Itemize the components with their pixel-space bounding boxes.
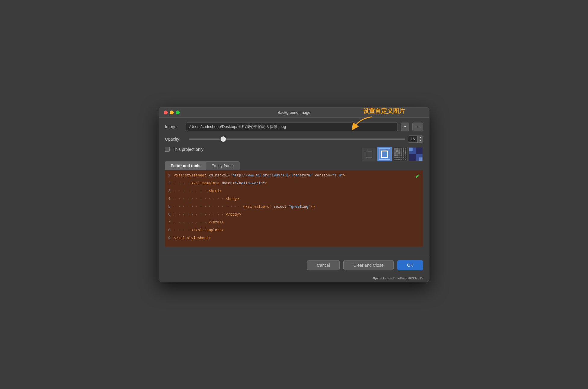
titlebar: Background Image: [159, 107, 429, 118]
checkbox-row: This project only: [165, 147, 203, 152]
svg-rect-9: [396, 150, 398, 152]
code-line-3: 3 · · · · · · · · <html>: [165, 189, 423, 197]
image-row: Image: ▾ ···: [165, 123, 423, 131]
svg-rect-24: [403, 154, 404, 156]
svg-rect-30: [403, 157, 404, 158]
svg-rect-21: [396, 154, 398, 156]
svg-rect-17: [401, 152, 402, 154]
line-code: · · · · · · · · · · · · </body>: [174, 213, 241, 217]
tab-group: Editor and tools Empty frame: [165, 161, 240, 170]
opacity-value-box: 15 ▲ ▼: [408, 135, 423, 143]
code-line-6: 6 · · · · · · · · · · · · </body>: [165, 212, 423, 220]
pattern-grid-icon: dots: [394, 148, 407, 161]
opacity-value: 15: [408, 136, 417, 142]
code-line-9: 9 </xsl:stylesheet>: [165, 236, 423, 244]
pattern-dots[interactable]: [409, 147, 423, 161]
opacity-label: Opacity:: [165, 137, 186, 142]
line-code: · · · · <xsl:template match="/hello-worl…: [174, 181, 267, 185]
svg-rect-3: [396, 148, 398, 150]
svg-rect-27: [396, 157, 398, 158]
line-number: 8: [165, 228, 174, 232]
pattern-none-icon: [362, 148, 376, 161]
svg-rect-29: [401, 157, 402, 158]
tab-empty-frame[interactable]: Empty frame: [206, 161, 240, 170]
maximize-button[interactable]: [176, 110, 180, 114]
pattern-selector: dots: [362, 147, 423, 161]
line-code: · · · · </xsl:template>: [174, 228, 224, 232]
dialog-content: Image: ▾ ··· 设置自定义图片: [159, 118, 429, 256]
line-number: 9: [165, 236, 174, 240]
tabs-row: Editor and tools Empty frame: [165, 161, 423, 170]
line-code: · · · · · · · · · · · · · · · · <xsl:val…: [174, 205, 315, 209]
clear-and-close-button[interactable]: Clear and Close: [343, 260, 393, 270]
svg-rect-35: [401, 159, 402, 160]
svg-rect-34: [398, 159, 400, 160]
dialog: Background Image Image: ▾ ··· 设置自定义图片: [159, 107, 429, 282]
svg-rect-13: [405, 150, 406, 152]
svg-rect-4: [398, 148, 400, 150]
window-title: Background Image: [277, 110, 310, 115]
line-number: 7: [165, 220, 174, 225]
ok-button[interactable]: OK: [397, 260, 423, 270]
line-code: · · · · · · · · </html>: [174, 220, 224, 225]
line-number: 6: [165, 213, 174, 217]
svg-rect-32: [394, 159, 396, 160]
svg-rect-20: [394, 154, 396, 156]
this-project-only-checkbox[interactable]: [165, 147, 170, 152]
line-number: 3: [165, 189, 174, 193]
svg-rect-7: [405, 148, 406, 150]
svg-rect-11: [401, 150, 402, 152]
opacity-decrement[interactable]: ▼: [418, 139, 423, 142]
cancel-button[interactable]: Cancel: [307, 260, 340, 270]
checkbox-and-patterns: This project only: [165, 147, 423, 161]
code-line-7: 7 · · · · · · · · </html>: [165, 220, 423, 228]
tab-editor-tools[interactable]: Editor and tools: [165, 161, 206, 170]
line-number: 1: [165, 173, 174, 178]
line-number: 4: [165, 197, 174, 201]
image-dropdown-button[interactable]: ▾: [401, 123, 409, 131]
dialog-footer: Cancel Clear and Close OK: [159, 256, 429, 275]
code-line-8: 8 · · · · </xsl:template>: [165, 228, 423, 236]
checkbox-label: This project only: [173, 147, 203, 152]
svg-rect-16: [398, 152, 400, 154]
image-more-button[interactable]: ···: [412, 123, 423, 131]
titlebar-buttons: [164, 110, 180, 114]
line-code: <xsl:stylesheet xmlns:xsl="http://www.w3…: [174, 173, 345, 178]
pattern-none[interactable]: [362, 147, 376, 161]
close-button[interactable]: [164, 110, 168, 114]
line-code: · · · · · · · · <html>: [174, 189, 221, 193]
svg-rect-19: [405, 152, 406, 154]
line-code: </xsl:stylesheet>: [174, 236, 211, 240]
opacity-slider[interactable]: [189, 138, 405, 140]
svg-rect-12: [403, 150, 404, 152]
svg-rect-25: [405, 154, 406, 156]
svg-rect-0: [366, 151, 372, 157]
opacity-increment[interactable]: ▲: [418, 136, 423, 139]
svg-rect-28: [398, 157, 400, 158]
svg-rect-10: [398, 150, 400, 152]
code-content[interactable]: ✔ 1 <xsl:stylesheet xmlns:xsl="http://ww…: [165, 170, 423, 247]
svg-rect-22: [398, 154, 400, 156]
svg-rect-8: [394, 150, 396, 152]
url-bar: https://blog.csdn.net/m0_46309515: [159, 275, 429, 282]
pattern-qr-selected[interactable]: [377, 147, 392, 161]
svg-rect-6: [403, 148, 404, 150]
line-code: · · · · · · · · · · · · <body>: [174, 197, 239, 201]
code-line-1: 1 <xsl:stylesheet xmlns:xsl="http://www.…: [165, 173, 423, 181]
opacity-spinner: ▲ ▼: [417, 136, 423, 142]
image-path-input[interactable]: [186, 123, 398, 131]
svg-rect-5: [401, 148, 402, 150]
pattern-dots-icon: [409, 148, 422, 161]
code-line-2: 2 · · · · <xsl:template match="/hello-wo…: [165, 181, 423, 189]
svg-rect-42: [419, 157, 422, 161]
opacity-row: Opacity: 15 ▲ ▼: [165, 135, 423, 143]
pattern-qr-icon: [378, 148, 391, 161]
svg-rect-26: [394, 157, 396, 158]
pattern-small-grid[interactable]: dots: [393, 147, 407, 161]
image-label: Image:: [165, 124, 183, 129]
minimize-button[interactable]: [170, 110, 174, 114]
url-text: https://blog.csdn.net/m0_46309515: [371, 276, 423, 280]
svg-rect-14: [394, 152, 396, 154]
line-number: 5: [165, 205, 174, 209]
svg-rect-41: [409, 148, 413, 151]
